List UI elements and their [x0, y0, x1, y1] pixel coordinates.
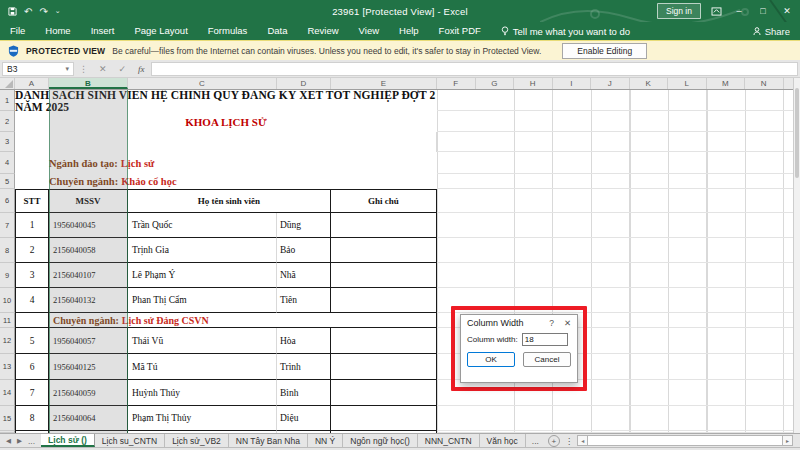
row-header-14[interactable]: 14 [0, 380, 15, 406]
cell-last-name[interactable]: Nhã [277, 263, 331, 288]
close-icon[interactable]: ✕ [780, 6, 794, 16]
column-header-l[interactable]: L [668, 78, 707, 89]
column-header-f[interactable]: F [437, 78, 476, 89]
cell-note[interactable] [331, 288, 437, 313]
cell-note[interactable] [331, 238, 437, 263]
row-header-15[interactable]: 15 [0, 406, 15, 431]
cell-given-name[interactable]: Lê Phạm Ý [128, 263, 277, 288]
major-cell[interactable]: Chuyên ngành: Khảo cổ học [49, 174, 437, 189]
tab-view[interactable]: View [349, 22, 389, 40]
sheet-nav-next-icon[interactable]: ▶ [17, 437, 22, 445]
major2-cell[interactable]: Chuyên ngành: Lịch sử Đảng CSVN [49, 313, 437, 328]
tab-home[interactable]: Home [35, 22, 80, 40]
hscroll-right-icon[interactable]: ▸ [782, 435, 793, 446]
cell-last-name[interactable]: Hòa [277, 328, 331, 354]
save-icon[interactable] [8, 7, 17, 16]
sheet-tab-van-hoc[interactable]: Văn học [480, 434, 526, 447]
cell-stt[interactable]: 3 [15, 263, 49, 288]
row-header-8[interactable]: 8 [0, 238, 15, 263]
cell-note[interactable] [331, 406, 437, 431]
formula-enter-icon[interactable]: ✓ [113, 64, 133, 74]
ribbon-display-options-icon[interactable] [711, 7, 722, 16]
column-header-m[interactable]: M [707, 78, 746, 89]
cell-mssv[interactable]: 2156040132 [49, 288, 128, 313]
column-header-j[interactable]: J [591, 78, 630, 89]
sheet-overflow-right[interactable]: ... [526, 434, 545, 447]
formula-cancel-icon[interactable]: ✕ [93, 64, 113, 74]
cell-stt[interactable]: 1 [15, 213, 49, 238]
tab-review[interactable]: Review [297, 22, 348, 40]
sheet-tab-lich-su-cntn[interactable]: Lịch su_CNTN [95, 434, 165, 447]
add-sheet-button[interactable]: + [548, 435, 560, 447]
insert-function-icon[interactable]: fx [132, 64, 151, 74]
program-cell[interactable]: Ngành đào tạo: Lịch sử [49, 152, 437, 174]
sheet-tab-nn-y[interactable]: NN Ý [308, 434, 343, 447]
cell-mssv[interactable]: 2156040064 [49, 406, 128, 431]
cell-note[interactable] [331, 263, 437, 288]
tab-page-layout[interactable]: Page Layout [124, 22, 197, 40]
cell-stt[interactable]: 6 [15, 354, 49, 380]
name-box-dropdown-icon[interactable]: ▾ [65, 65, 69, 73]
hscroll-left-icon[interactable]: ◂ [577, 435, 588, 446]
cell-note[interactable] [331, 213, 437, 238]
tab-file[interactable]: File [0, 22, 35, 40]
cell-stt-empty[interactable] [15, 313, 49, 328]
undo-icon[interactable]: ↶ [24, 6, 32, 17]
header-stt[interactable]: STT [15, 189, 49, 213]
qat-customize-icon[interactable]: ⌄ [55, 7, 61, 15]
doc-subtitle-cell[interactable]: KHOA LỊCH SỬ [15, 111, 437, 132]
dialog-close-icon[interactable]: ✕ [564, 318, 571, 328]
column-header-d[interactable]: D [277, 78, 331, 89]
cell-given-name[interactable]: Phạm Thị Thủy [128, 406, 277, 431]
sheet-tab-nn-tay-ban-nha[interactable]: NN Tây Ban Nha [229, 434, 308, 447]
formula-input[interactable] [151, 62, 798, 76]
header-note[interactable]: Ghi chú [331, 189, 437, 213]
row-header-5[interactable]: 5 [0, 174, 15, 189]
cell-mssv[interactable]: 1956040125 [49, 354, 128, 380]
dialog-help-icon[interactable]: ? [549, 318, 554, 328]
cell-mssv[interactable]: 2156040107 [49, 263, 128, 288]
row-header-9[interactable]: 9 [0, 263, 15, 288]
sheet-tab-lich-su-vb2[interactable]: Lịch sử_VB2 [165, 434, 229, 447]
tell-me-box[interactable]: Tell me what you want to do [491, 26, 630, 37]
sheet-overflow-left[interactable]: ... [28, 436, 35, 446]
cancel-button[interactable]: Cancel [523, 352, 571, 367]
cell-stt[interactable]: 2 [15, 238, 49, 263]
column-width-input[interactable] [522, 333, 568, 346]
cell-last-name[interactable]: Bảo [277, 238, 331, 263]
cell-stt[interactable]: 7 [15, 380, 49, 406]
cell-given-name[interactable]: Phan Thị Cẩm [128, 288, 277, 313]
cell-note[interactable] [331, 328, 437, 354]
column-header-c[interactable]: C [128, 78, 277, 89]
empty-cell-row3[interactable] [15, 132, 437, 152]
enable-editing-button[interactable]: Enable Editing [562, 43, 647, 59]
sign-in-button[interactable]: Sign in [657, 3, 701, 19]
cell-mssv[interactable]: 2156040059 [49, 380, 128, 406]
sheet-tab-nnn-cntn[interactable]: NNN_CNTN [418, 434, 480, 447]
cell-given-name[interactable]: Trịnh Gia [128, 238, 277, 263]
redo-icon[interactable]: ↷ [39, 6, 47, 17]
cell-note[interactable] [331, 354, 437, 380]
column-header-h[interactable]: H [514, 78, 553, 89]
row-header-12[interactable]: 12 [0, 328, 15, 354]
row-header-4[interactable]: 4 [0, 152, 15, 174]
cell-given-name[interactable]: Trần Quốc [128, 213, 277, 238]
header-name[interactable]: Họ tên sinh viên [128, 189, 331, 213]
vertical-scrollbar[interactable] [793, 78, 800, 433]
cell-last-name[interactable]: Diệu [277, 406, 331, 431]
sheet-tab-ngon-ngu-hoc[interactable]: Ngôn ngữ học() [343, 434, 418, 447]
horizontal-scrollbar[interactable]: ◂ ▸ [577, 435, 793, 446]
row-header-11[interactable]: 11 [0, 313, 15, 328]
row-header-2[interactable]: 2 [0, 111, 15, 132]
cell-mssv[interactable]: 2156040058 [49, 238, 128, 263]
column-header-k[interactable]: K [630, 78, 669, 89]
tab-help[interactable]: Help [389, 22, 429, 40]
tab-data[interactable]: Data [257, 22, 297, 40]
cell-stt[interactable]: 4 [15, 288, 49, 313]
cell-given-name[interactable]: Huỳnh Thúy [128, 380, 277, 406]
column-header-i[interactable]: I [553, 78, 592, 89]
sheet-tab-lich-su-active[interactable]: Lịch sử () [41, 434, 95, 447]
maximize-icon[interactable]: □ [756, 6, 770, 16]
column-header-e[interactable]: E [331, 78, 437, 89]
cell-mssv[interactable]: 1956040057 [49, 328, 128, 354]
